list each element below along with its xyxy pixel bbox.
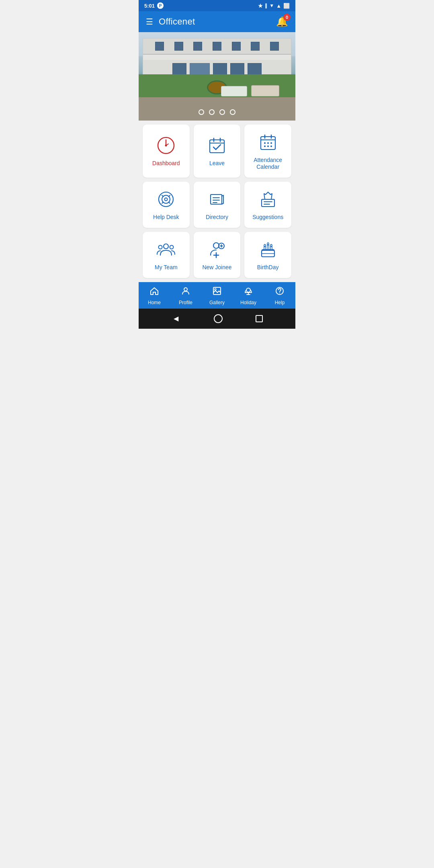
- banner-image: [139, 32, 295, 121]
- new-joinee-label: New Joinee: [202, 264, 231, 271]
- help-desk-button[interactable]: Help Desk: [143, 182, 190, 228]
- my-team-button[interactable]: My Team: [143, 232, 190, 278]
- android-nav-bar: ◀: [139, 309, 295, 329]
- dashboard-label: Dashboard: [152, 160, 180, 167]
- bluetooth-icon: ★: [258, 3, 263, 9]
- birthday-button[interactable]: BirthDay: [244, 232, 291, 278]
- app-title: Officenet: [159, 16, 195, 27]
- birthday-label: BirthDay: [257, 264, 279, 271]
- nav-profile-label: Profile: [179, 300, 192, 305]
- dot-3[interactable]: [219, 109, 225, 115]
- svg-point-29: [159, 245, 162, 249]
- dot-4[interactable]: [230, 109, 235, 115]
- dashboard-button[interactable]: Dashboard: [143, 125, 190, 178]
- dashboard-icon: [156, 135, 176, 156]
- svg-rect-4: [210, 140, 224, 153]
- suggestions-button[interactable]: Suggestions: [244, 182, 291, 228]
- suggestions-label: Suggestions: [252, 214, 283, 221]
- menu-grid: Dashboard Leave: [139, 121, 295, 282]
- svg-point-13: [267, 142, 269, 144]
- notification-bell-button[interactable]: 🔔 0: [276, 16, 288, 27]
- new-joinee-icon: [207, 239, 227, 260]
- my-team-label: My Team: [155, 264, 178, 271]
- svg-point-46: [246, 288, 250, 292]
- nav-profile[interactable]: Profile: [174, 286, 198, 305]
- p-icon: P: [157, 2, 164, 9]
- carousel-dots: [199, 109, 235, 115]
- directory-icon: [207, 189, 227, 210]
- home-icon: [149, 286, 159, 298]
- birthday-icon: [258, 239, 278, 260]
- recents-button[interactable]: [256, 315, 263, 322]
- svg-point-17: [270, 145, 272, 147]
- dot-2[interactable]: [209, 109, 215, 115]
- menu-icon[interactable]: ☰: [146, 17, 153, 27]
- gallery-icon: [212, 286, 222, 298]
- holiday-icon: [244, 286, 253, 298]
- vibrate-icon: ‖: [265, 3, 267, 8]
- signal-icon: ▼: [269, 3, 274, 8]
- leave-icon: [207, 135, 227, 156]
- svg-rect-44: [213, 287, 221, 295]
- nav-holiday-label: Holiday: [240, 300, 256, 305]
- svg-point-20: [165, 198, 168, 201]
- status-time: 5:01: [144, 3, 155, 9]
- battery-icon: ⬜: [283, 3, 290, 9]
- wifi-icon: ▲: [276, 3, 281, 9]
- svg-point-43: [184, 288, 187, 291]
- svg-point-15: [264, 145, 266, 147]
- nav-home-label: Home: [148, 300, 161, 305]
- svg-point-31: [213, 243, 219, 248]
- help-icon: [275, 286, 285, 298]
- svg-rect-25: [262, 199, 274, 207]
- my-team-icon: [156, 239, 176, 260]
- attendance-calendar-label: Attendance Calendar: [248, 157, 287, 170]
- nav-help[interactable]: Help: [268, 286, 292, 305]
- directory-button[interactable]: Directory: [194, 182, 241, 228]
- notification-badge: 0: [283, 14, 291, 21]
- svg-point-50: [279, 293, 280, 293]
- nav-gallery[interactable]: Gallery: [205, 286, 229, 305]
- svg-point-3: [165, 145, 167, 147]
- home-button[interactable]: [214, 314, 223, 323]
- directory-label: Directory: [206, 214, 228, 221]
- svg-rect-36: [267, 245, 269, 250]
- suggestions-icon: [258, 189, 278, 210]
- svg-point-18: [159, 192, 173, 207]
- nav-home[interactable]: Home: [142, 286, 166, 305]
- svg-point-28: [164, 244, 168, 249]
- svg-point-16: [267, 145, 269, 147]
- back-button[interactable]: ◀: [171, 314, 181, 323]
- help-desk-label: Help Desk: [153, 214, 179, 221]
- bottom-navigation: Home Profile Gallery: [139, 282, 295, 309]
- leave-label: Leave: [209, 160, 225, 167]
- status-bar: 5:01 P ★ ‖ ▼ ▲ ⬜: [139, 0, 295, 11]
- nav-gallery-label: Gallery: [209, 300, 225, 305]
- svg-point-45: [215, 289, 216, 290]
- nav-help-label: Help: [275, 300, 285, 305]
- svg-point-30: [170, 245, 174, 249]
- help-desk-icon: [156, 189, 176, 210]
- nav-holiday[interactable]: Holiday: [236, 286, 260, 305]
- new-joinee-button[interactable]: New Joinee: [194, 232, 241, 278]
- attendance-calendar-icon: [258, 132, 278, 153]
- dot-1[interactable]: [199, 109, 204, 115]
- svg-point-12: [264, 142, 266, 144]
- attendance-calendar-button[interactable]: Attendance Calendar: [244, 125, 291, 178]
- leave-button[interactable]: Leave: [194, 125, 241, 178]
- app-header: ☰ Officenet 🔔 0: [139, 11, 295, 32]
- svg-point-14: [270, 142, 272, 144]
- profile-icon: [181, 286, 190, 298]
